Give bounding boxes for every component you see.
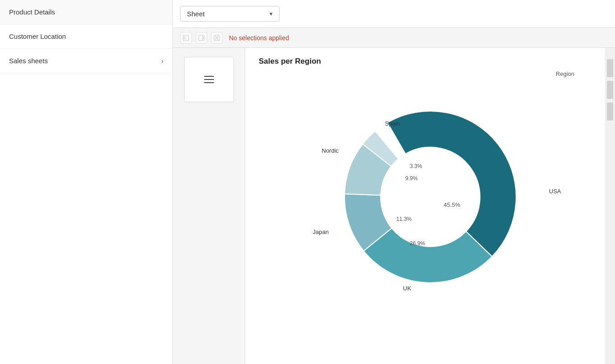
sheet-dropdown-label: Sheet bbox=[187, 10, 205, 18]
mini-panel-3 bbox=[607, 103, 613, 121]
uk-label: UK bbox=[403, 285, 411, 292]
clear-selections-icon[interactable] bbox=[211, 32, 223, 44]
sidebar-item-label: Sales sheets bbox=[9, 57, 48, 65]
sidebar-item-product-details[interactable]: Product Details bbox=[0, 0, 172, 24]
nordic-pct: 9.9% bbox=[405, 175, 418, 182]
chart-title: Sales per Region bbox=[259, 57, 601, 66]
donut-chart-container: Region bbox=[259, 70, 601, 323]
sheet-dropdown[interactable]: Sheet ▾ bbox=[180, 6, 280, 22]
sidebar-item-label: Product Details bbox=[9, 8, 55, 16]
dropdown-arrow-icon: ▾ bbox=[270, 10, 273, 17]
usa-pct: 45.5% bbox=[444, 201, 461, 208]
selection-bar: No selections applied bbox=[173, 28, 615, 48]
nordic-label: Nordic bbox=[322, 147, 339, 154]
mini-panel-1 bbox=[607, 59, 613, 77]
select-back-icon[interactable] bbox=[180, 32, 192, 44]
content-area: Sales per Region Region bbox=[173, 48, 615, 364]
spain-label: Spain bbox=[385, 120, 400, 127]
spain-pct: 3.3% bbox=[410, 163, 422, 169]
mini-panel-2 bbox=[607, 81, 613, 99]
usa-label: USA bbox=[549, 188, 561, 195]
main-content: Sheet ▾ No selections applied bbox=[173, 0, 615, 364]
japan-pct: 11.3% bbox=[396, 216, 412, 222]
sidebar-item-customer-location[interactable]: Customer Location bbox=[0, 24, 172, 49]
sidebar-item-sales-sheets[interactable]: Sales sheets › bbox=[0, 49, 172, 73]
hamburger-menu-button[interactable] bbox=[184, 57, 234, 102]
legend-title: Region bbox=[556, 70, 574, 77]
uk-pct: 26.9% bbox=[410, 240, 425, 247]
hamburger-icon bbox=[204, 76, 214, 83]
left-panel bbox=[173, 48, 245, 364]
chart-labels-overlay: USA UK Japan Nordic Spain 3.3% 9.9% 11.3… bbox=[322, 89, 539, 305]
select-forward-icon[interactable] bbox=[196, 32, 207, 44]
chevron-right-icon: › bbox=[161, 57, 163, 65]
mini-panels-column bbox=[605, 48, 615, 364]
japan-label: Japan bbox=[313, 229, 329, 235]
no-selections-text: No selections applied bbox=[229, 34, 289, 42]
chart-area: Sales per Region Region bbox=[245, 48, 615, 364]
sidebar-item-label: Customer Location bbox=[9, 33, 66, 40]
sidebar: Product Details Customer Location Sales … bbox=[0, 0, 173, 364]
toolbar: Sheet ▾ bbox=[173, 0, 615, 28]
